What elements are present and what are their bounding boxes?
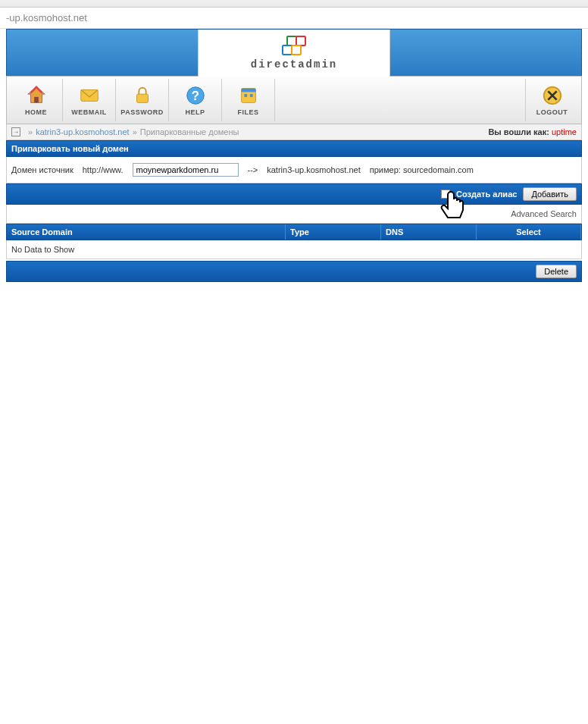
svg-rect-0: [34, 97, 39, 103]
domain-input[interactable]: [133, 163, 239, 177]
arrow-text: -->: [248, 165, 258, 174]
footer-bar: Delete: [6, 261, 582, 282]
logo-text: directadmin: [251, 58, 337, 71]
logout-button[interactable]: LOGOUT: [525, 79, 578, 121]
table-header: Source Domain Type DNS Select: [6, 224, 582, 240]
toolbar: HOME WEBMAIL PASSWORD ? HELP FILES LOGOU…: [6, 76, 582, 124]
logout-label: LOGOUT: [536, 108, 568, 116]
help-icon: ?: [184, 84, 207, 107]
th-source[interactable]: Source Domain: [7, 224, 286, 240]
th-select[interactable]: Select: [477, 224, 581, 240]
section-header: Припарковать новый домен: [6, 140, 582, 157]
login-info: Вы вошли как: uptime: [488, 127, 577, 136]
svg-text:?: ?: [191, 89, 199, 103]
logout-icon: [541, 84, 564, 107]
breadcrumb: → » katrin3-up.kosmohost.net » Припарков…: [6, 124, 582, 140]
target-domain: katrin3-up.kosmohost.net: [267, 165, 361, 174]
login-user[interactable]: uptime: [552, 127, 577, 136]
alias-checkbox[interactable]: [441, 190, 450, 199]
http-prefix: http://www.: [83, 165, 124, 174]
action-bar: Создать алиас Добавить: [6, 183, 582, 205]
svg-rect-7: [244, 94, 247, 97]
breadcrumb-domain[interactable]: katrin3-up.kosmohost.net: [36, 127, 130, 136]
webmail-button[interactable]: WEBMAIL: [63, 79, 116, 121]
home-button[interactable]: HOME: [10, 79, 63, 121]
add-button[interactable]: Добавить: [523, 187, 577, 201]
svg-rect-8: [249, 94, 252, 97]
example-text: пример: sourcedomain.com: [370, 165, 474, 174]
breadcrumb-page: Припаркованные домены: [140, 127, 239, 136]
password-icon: [131, 84, 154, 107]
svg-rect-6: [241, 89, 255, 92]
alias-label: Создать алиас: [456, 190, 517, 199]
files-icon: [237, 84, 260, 107]
advanced-search-link[interactable]: Advanced Search: [6, 205, 582, 224]
help-button[interactable]: ? HELP: [169, 79, 222, 121]
browser-chrome: [0, 0, 588, 8]
header-banner: directadmin: [6, 29, 582, 76]
th-dns[interactable]: DNS: [381, 224, 477, 240]
help-label: HELP: [185, 108, 205, 116]
webmail-label: WEBMAIL: [71, 108, 107, 116]
logo-icon: [282, 36, 306, 55]
files-label: FILES: [237, 108, 258, 116]
delete-button[interactable]: Delete: [536, 265, 577, 278]
files-button[interactable]: FILES: [222, 79, 275, 121]
url-text: -up.kosmohost.net: [6, 12, 87, 24]
form-row: Домен источник http://www. --> katrin3-u…: [6, 157, 582, 183]
breadcrumb-sep: »: [133, 127, 137, 136]
source-label: Домен источник: [11, 165, 74, 174]
home-icon: [25, 84, 48, 107]
address-bar: -up.kosmohost.net: [0, 8, 588, 29]
svg-rect-2: [136, 94, 148, 102]
breadcrumb-sep: »: [28, 127, 33, 136]
password-label: PASSWORD: [120, 108, 163, 116]
login-label: Вы вошли как:: [488, 127, 549, 136]
webmail-icon: [78, 84, 101, 107]
logo-box: directadmin: [198, 30, 390, 77]
breadcrumb-icon[interactable]: →: [11, 127, 20, 136]
th-type[interactable]: Type: [286, 224, 381, 240]
home-label: HOME: [25, 108, 47, 116]
no-data-row: No Data to Show: [6, 240, 582, 259]
password-button[interactable]: PASSWORD: [116, 79, 169, 121]
